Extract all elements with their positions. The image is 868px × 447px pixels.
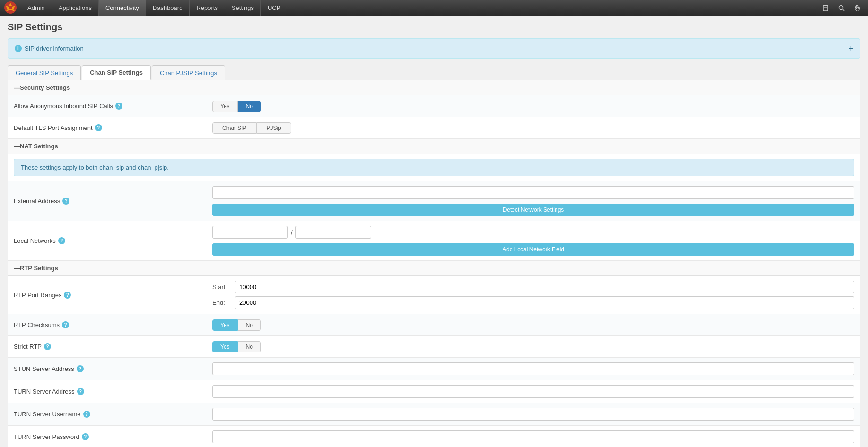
turn-username-info-icon[interactable]: ? <box>83 411 90 418</box>
security-settings-header: —Security Settings <box>8 80 860 95</box>
nat-info-text: These settings apply to both chan_sip an… <box>21 164 169 171</box>
turn-password-input[interactable] <box>212 430 854 443</box>
stun-server-input[interactable] <box>212 362 854 375</box>
nav-settings[interactable]: Settings <box>225 0 261 16</box>
info-bar-left: i SIP driver information <box>15 45 84 52</box>
strict-rtp-row: Strict RTP ? Yes No <box>8 336 860 358</box>
search-icon[interactable] <box>835 1 848 15</box>
rtp-start-label: Start: <box>212 284 231 291</box>
nav-applications[interactable]: Applications <box>52 0 99 16</box>
rtp-end-row: End: <box>212 296 854 309</box>
turn-server-value <box>212 385 854 398</box>
nat-info-box: These settings apply to both chan_sip an… <box>14 159 854 176</box>
tls-port-row: Default TLS Port Assignment ? Chan SIP P… <box>8 117 860 139</box>
rtp-port-ranges-label: RTP Port Ranges ? <box>14 292 212 299</box>
rtp-end-label: End: <box>212 299 231 306</box>
stun-server-info-icon[interactable]: ? <box>77 365 84 372</box>
nav-reports[interactable]: Reports <box>190 0 225 16</box>
info-bar-text: SIP driver information <box>25 45 84 52</box>
top-navigation: Admin Applications Connectivity Dashboar… <box>0 0 868 16</box>
rtp-checksums-label: RTP Checksums ? <box>14 321 212 328</box>
gear-icon[interactable] <box>851 1 864 15</box>
tls-toggle-group: Chan SIP PJSip <box>212 122 854 134</box>
local-networks-label: Local Networks ? <box>14 237 212 244</box>
rtp-settings-header: —RTP Settings <box>8 261 860 276</box>
app-logo <box>4 1 17 16</box>
tls-pjsip-button[interactable]: PJSip <box>256 122 291 134</box>
nat-settings-header: —NAT Settings <box>8 139 860 154</box>
add-local-network-field-button[interactable]: Add Local Network Field <box>212 243 854 256</box>
rtp-checksums-yes-button[interactable]: Yes <box>212 319 238 331</box>
turn-server-input[interactable] <box>212 385 854 398</box>
allow-anonymous-info-icon[interactable]: ? <box>115 103 122 110</box>
strict-rtp-no-button[interactable]: No <box>238 341 261 352</box>
svg-line-8 <box>843 9 845 11</box>
rtp-checksums-info-icon[interactable]: ? <box>62 321 69 328</box>
page-content: SIP Settings i SIP driver information + … <box>0 16 868 447</box>
turn-username-label: TURN Server Username ? <box>14 411 212 418</box>
turn-password-value <box>212 430 854 443</box>
rtp-start-input[interactable] <box>235 281 854 293</box>
local-networks-info-icon[interactable]: ? <box>58 237 65 244</box>
rtp-checksums-value: Yes No <box>212 319 854 331</box>
external-address-value: Detect Network Settings <box>212 186 854 216</box>
settings-panel: —Security Settings Allow Anonymous Inbou… <box>8 80 860 447</box>
allow-anonymous-yes-button[interactable]: Yes <box>212 101 238 112</box>
turn-password-label: TURN Server Password ? <box>14 433 212 440</box>
nav-ucp[interactable]: UCP <box>261 0 287 16</box>
detect-network-settings-button[interactable]: Detect Network Settings <box>212 204 854 216</box>
info-bar-expand-button[interactable]: + <box>848 43 853 53</box>
allow-anonymous-toggle-group: Yes No <box>212 101 854 112</box>
clipboard-icon[interactable] <box>819 1 832 15</box>
local-networks-value: / Add Local Network Field <box>212 226 854 256</box>
rtp-checksums-row: RTP Checksums ? Yes No <box>8 314 860 336</box>
svg-rect-4 <box>824 5 827 6</box>
turn-username-row: TURN Server Username ? <box>8 403 860 426</box>
turn-password-row: TURN Server Password ? <box>8 426 860 447</box>
external-address-label: External Address ? <box>14 198 212 205</box>
strict-rtp-yes-button[interactable]: Yes <box>212 341 238 352</box>
nav-admin[interactable]: Admin <box>21 0 52 16</box>
nav-dashboard[interactable]: Dashboard <box>146 0 190 16</box>
tls-info-icon[interactable]: ? <box>95 124 102 131</box>
svg-point-2 <box>9 6 12 9</box>
tab-chan-sip-settings[interactable]: Chan SIP Settings <box>82 65 151 80</box>
external-address-row: External Address ? Detect Network Settin… <box>8 181 860 221</box>
rtp-checksums-no-button[interactable]: No <box>238 319 261 331</box>
stun-server-label: STUN Server Address ? <box>14 365 212 372</box>
nat-info-row: These settings apply to both chan_sip an… <box>8 159 860 181</box>
rtp-port-ranges-info-icon[interactable]: ? <box>64 292 71 299</box>
turn-username-value <box>212 408 854 421</box>
turn-password-info-icon[interactable]: ? <box>82 433 89 440</box>
tab-general-sip-settings[interactable]: General SIP Settings <box>8 65 81 80</box>
rtp-port-ranges-row: RTP Port Ranges ? Start: End: <box>8 276 860 314</box>
settings-tabs: General SIP Settings Chan SIP Settings C… <box>8 65 860 80</box>
turn-server-row: TURN Server Address ? <box>8 380 860 403</box>
allow-anonymous-label: Allow Anonymous Inbound SIP Calls ? <box>14 103 212 110</box>
allow-anonymous-row: Allow Anonymous Inbound SIP Calls ? Yes … <box>8 95 860 117</box>
network-slash-separator: / <box>291 229 293 236</box>
turn-server-info-icon[interactable]: ? <box>77 388 84 395</box>
turn-username-input[interactable] <box>212 408 854 421</box>
tls-chan-sip-button[interactable]: Chan SIP <box>212 122 256 134</box>
allow-anonymous-toggle: Yes No <box>212 101 854 112</box>
strict-rtp-info-icon[interactable]: ? <box>44 343 51 350</box>
local-network-mask-input[interactable] <box>295 226 371 239</box>
svg-point-7 <box>839 6 843 10</box>
allow-anonymous-no-button[interactable]: No <box>238 101 261 112</box>
tls-port-label: Default TLS Port Assignment ? <box>14 124 212 131</box>
stun-server-row: STUN Server Address ? <box>8 358 860 380</box>
strict-rtp-label: Strict RTP ? <box>14 343 212 350</box>
info-icon: i <box>15 45 22 52</box>
nav-right-icons <box>819 1 864 15</box>
rtp-end-input[interactable] <box>235 296 854 309</box>
local-network-address-input[interactable] <box>212 226 288 239</box>
tab-chan-pjsip-settings[interactable]: Chan PJSIP Settings <box>152 65 225 80</box>
stun-server-value <box>212 362 854 375</box>
strict-rtp-value: Yes No <box>212 341 854 352</box>
external-address-input[interactable] <box>212 186 854 199</box>
nav-connectivity[interactable]: Connectivity <box>99 0 146 16</box>
local-networks-row: Local Networks ? / Add Local Network Fie… <box>8 221 860 261</box>
tls-toggle-value: Chan SIP PJSip <box>212 122 854 134</box>
external-address-info-icon[interactable]: ? <box>62 198 69 205</box>
